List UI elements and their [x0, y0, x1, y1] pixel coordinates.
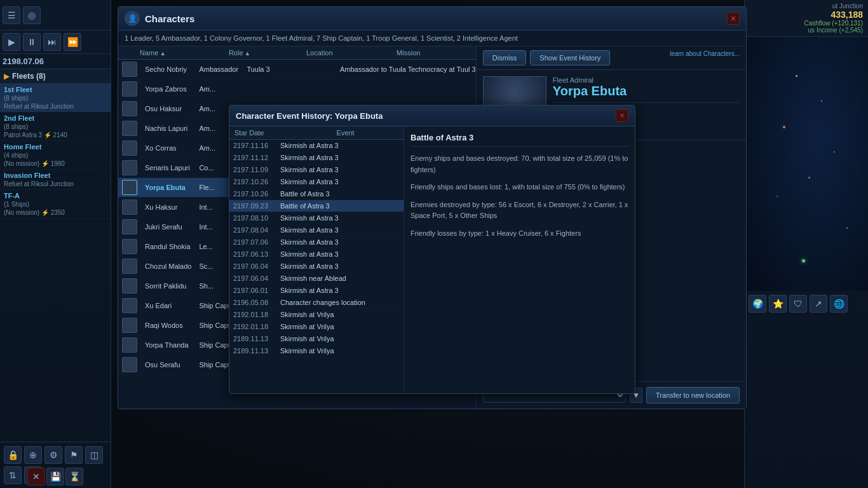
fast-forward-icon[interactable]: ⏩	[64, 33, 81, 51]
event-name: Skirmish at Vrilya	[280, 323, 334, 330]
avatar	[122, 62, 137, 77]
col-event: Event	[332, 126, 403, 139]
arrow-icon[interactable]: ↗	[810, 295, 827, 313]
event-row[interactable]: 2197.11.16 Skirmish at Astra 3	[229, 140, 403, 152]
menu-icon[interactable]: ☰	[3, 6, 20, 24]
event-row[interactable]: 2197.11.12 Skirmish at Astra 3	[229, 152, 403, 164]
event-name: Skirmish at Astra 3	[280, 154, 339, 161]
event-history-close-button[interactable]: ×	[616, 109, 628, 122]
character-rank: Fleet Admiral	[553, 76, 740, 84]
star-icon[interactable]: ⭐	[769, 295, 787, 313]
event-name: Skirmish at Astra 3	[280, 142, 339, 149]
col-role-header[interactable]: Role	[225, 46, 302, 60]
money-display: ut Junction 433,188 Cashflow (+120,131) …	[745, 0, 868, 37]
col-name-header[interactable]: Name	[136, 46, 225, 60]
event-row[interactable]: 2197.08.10 Skirmish at Astra 3	[229, 212, 403, 224]
event-date: 2189.11.13	[233, 347, 276, 355]
char-mission	[336, 79, 476, 99]
event-row[interactable]: 2192.01.18 Skirmish at Vrilya	[229, 321, 403, 333]
event-date: 2197.11.12	[233, 154, 276, 161]
event-date: 2197.06.13	[233, 250, 276, 258]
show-event-history-button[interactable]: Show Event History	[530, 50, 610, 65]
globe-icon[interactable]: ◎	[23, 6, 41, 24]
char-role: Am...	[195, 79, 243, 99]
character-name-large: Yorpa Ebuta	[553, 84, 740, 98]
avatar	[122, 219, 137, 234]
event-row[interactable]: 2197.06.04 Skirmish at Astra 3	[229, 261, 403, 273]
col-location-header: Location	[302, 46, 393, 60]
fleet-item-home[interactable]: Home Fleet (4 ships) (No mission) ⚡ 1980	[0, 141, 111, 170]
shield-icon[interactable]: 🛡	[789, 295, 807, 313]
right-panel-icons: 🌍 ⭐ 🛡 ↗ 🌐	[745, 291, 868, 316]
flag-icon[interactable]: ⚑	[65, 446, 83, 464]
planet2-icon[interactable]: 🌐	[830, 295, 848, 313]
play-icon[interactable]: ▶	[3, 33, 20, 51]
char-name: Raqi Wodos	[141, 316, 195, 336]
event-detail-title: Battle of Astra 3	[410, 133, 628, 147]
dismiss-button[interactable]: Dismiss	[483, 50, 527, 65]
event-row[interactable]: 2197.08.04 Skirmish at Astra 3	[229, 224, 403, 236]
event-row[interactable]: 2197.06.13 Skirmish at Astra 3	[229, 248, 403, 261]
location-label: ut Junction	[750, 3, 863, 10]
fleet-name: 2nd Fleet	[4, 114, 107, 122]
star-map-dot	[776, 196, 778, 197]
event-name: Skirmish at Astra 3	[280, 238, 339, 246]
cashflow-value: (+120,131)	[832, 20, 863, 27]
forward-icon[interactable]: ⏭	[43, 33, 61, 51]
char-role: Ambassador	[195, 60, 243, 79]
avatar	[122, 160, 137, 175]
event-row[interactable]: 2197.06.01 Skirmish at Astra 3	[229, 285, 403, 297]
learn-about-link[interactable]: learn about Characters...	[670, 50, 740, 65]
event-row[interactable]: 2196.05.08 Character changes location	[229, 297, 403, 309]
event-name: Skirmish at Astra 3	[280, 214, 339, 222]
fleet-name: 1st Fleet	[4, 86, 107, 93]
save-icon[interactable]: 💾	[46, 468, 64, 485]
table-row[interactable]: Secho Nobriy Ambassador Tuula 3 Ambassad…	[118, 60, 476, 79]
char-name: Secho Nobriy	[141, 60, 195, 79]
map-icon[interactable]: ◫	[85, 446, 103, 464]
avatar	[122, 318, 137, 333]
event-date: 2197.07.06	[233, 238, 276, 246]
avatar	[122, 239, 137, 254]
char-name: Osu Haksur	[141, 99, 195, 119]
nav-icon[interactable]: ⊕	[24, 446, 42, 464]
fleet-item-1st[interactable]: 1st Fleet (8 ships) Refuel at Riksul Jun…	[0, 84, 111, 112]
exit-icon[interactable]: ✕	[27, 468, 45, 485]
event-row[interactable]: 2197.10.26 Skirmish at Astra 3	[229, 176, 403, 188]
event-row[interactable]: 2189.11.13 Skirmish at Vrilya	[229, 345, 403, 357]
char-mission: Ambassador to Tuula Technocracy at Tuul …	[336, 60, 476, 79]
pause-icon[interactable]: ⏸	[23, 33, 41, 51]
event-row[interactable]: 2197.11.09 Skirmish at Astra 3	[229, 164, 403, 176]
event-date: 2197.08.04	[233, 226, 276, 234]
history-icon[interactable]: ⌛	[65, 468, 83, 485]
fleet-item-2nd[interactable]: 2nd Fleet (8 ships) Patrol Astra 3 ⚡ 214…	[0, 112, 111, 141]
event-detail-para-1: Enemy ships and bases destroyed: 70, wit…	[410, 153, 628, 175]
event-row[interactable]: 2197.07.06 Skirmish at Astra 3	[229, 236, 403, 248]
event-row[interactable]: 2189.11.13 Skirmish at Vrilya	[229, 333, 403, 345]
event-date: 2197.11.09	[233, 166, 276, 173]
event-date: 2197.09.23	[233, 202, 276, 210]
event-list-scroll[interactable]: 2197.11.16 Skirmish at Astra 3 2197.11.1…	[229, 140, 403, 393]
event-name: Skirmish at Astra 3	[280, 226, 339, 234]
settings-icon[interactable]: ⚙	[44, 446, 62, 464]
fleet-sub: (No mission) ⚡ 1980	[4, 160, 107, 167]
mini-map[interactable]	[745, 37, 868, 291]
event-history-body: Star Date Event 2197.11.16 Skirmish at A…	[229, 126, 635, 393]
event-row[interactable]: 2197.10.26 Battle of Astra 3	[229, 188, 403, 200]
event-row[interactable]: 2197.06.04 Skirmish near Ablead	[229, 273, 403, 285]
fleets-header: ▶ Fleets (8)	[0, 69, 111, 84]
event-date: 2197.10.26	[233, 178, 276, 186]
characters-close-button[interactable]: ×	[727, 12, 740, 25]
planet-icon[interactable]: 🌍	[749, 295, 766, 313]
event-row-selected[interactable]: 2197.09.23 Battle of Astra 3	[229, 200, 403, 212]
event-row[interactable]: 2192.01.18 Skirmish at Vrilya	[229, 309, 403, 321]
event-name: Skirmish at Vrilya	[280, 311, 334, 318]
fleet-item-tf-a[interactable]: TF-A (1 Ships) (No mission) ⚡ 2350	[0, 190, 111, 219]
bottom-action-icons: ✕ 💾 ⌛	[0, 466, 111, 488]
event-name: Skirmish at Vrilya	[280, 347, 334, 355]
fleet-item-invasion[interactable]: Invasion Fleet Refuel at Riksul Junction	[0, 170, 111, 190]
char-name: Randul Shokia	[141, 237, 195, 257]
lock-icon[interactable]: 🔒	[4, 446, 22, 464]
table-row[interactable]: Yorpa Zabros Am...	[118, 79, 476, 99]
transfer-button[interactable]: Transfer to new location	[646, 387, 740, 403]
